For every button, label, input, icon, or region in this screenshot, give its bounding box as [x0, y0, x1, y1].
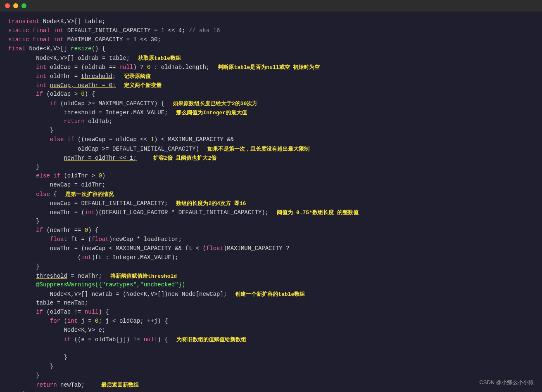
code-line: newThr = oldThr << 1; 扩容2倍 且阈值也扩大2倍 — [8, 154, 534, 163]
code-line: Node<K,V>[] newTab = (Node<K,V>[])new No… — [8, 290, 534, 300]
code-line: static final int MAXIMUM_CAPACITY = 1 <<… — [8, 36, 534, 45]
minimize-button[interactable] — [13, 3, 18, 8]
code-line: int newCap, newThr = 0; 定义两个新变量 — [8, 82, 534, 91]
annotation: 那么阈值为Integer的最大值 — [176, 109, 247, 116]
code-line — [8, 345, 534, 354]
code-line: } — [8, 127, 534, 136]
code-line: if (oldCap >= MAXIMUM_CAPACITY) { 如果原数组长… — [8, 100, 534, 109]
code-line: @SuppressWarnings({"rawtypes","unchecked… — [8, 281, 534, 290]
code-line: } — [8, 163, 534, 172]
annotation: 如果不是第一次，且长度没有超出最大限制 — [207, 145, 309, 153]
code-line: if (oldCap > 0 ) { — [8, 91, 534, 100]
annotation: 判断原table是否为null或空 初始时为空 — [218, 64, 320, 71]
annotation: 数组的长度为2的4次方 即16 — [176, 200, 246, 207]
code-line: else { 是第一次扩容的情况 — [8, 191, 534, 200]
code-line: threshold = newThr; 将新阈值赋值给threshold — [8, 272, 534, 281]
code-line: ( int )ft : Integer.MAX_VALUE); — [8, 254, 534, 263]
code-line: else if (oldThr > 0 ) — [8, 172, 534, 182]
code-line: } — [8, 263, 534, 272]
code-line: } — [8, 354, 534, 363]
code-line: int oldCap = (oldTab == null ) ? 0 : old… — [8, 64, 534, 73]
annotation: 为将旧数组的值赋值给新数组 — [176, 336, 246, 343]
annotation: 是第一次扩容的情况 — [65, 191, 114, 198]
code-line: oldCap >= DEFAULT_INITIAL_CAPACITY) 如果不是… — [8, 145, 534, 154]
code-line: if ((e = oldTab[j]) != null ) { 为将旧数组的值赋… — [8, 336, 534, 345]
code-line: else if ((newCap = oldCap << 1 ) < MAXIM… — [8, 136, 534, 145]
code-line: 不是第一次扩容 threshold = Integer.MAX_VALUE; 那… — [8, 109, 534, 118]
code-line: newCap = DEFAULT_INITIAL_CAPACITY; 数组的长度… — [8, 200, 534, 209]
code-line: newThr = ( int )(DEFAULT_LOAD_FACTOR * D… — [8, 209, 534, 218]
code-line: if (oldTab != null ) { — [8, 309, 534, 318]
code-line: Node<K,V>[] oldTab = table; 获取原table数组 — [8, 54, 534, 64]
close-button[interactable] — [5, 3, 10, 8]
code-line: static final int DEFAULT_INITIAL_CAPACIT… — [8, 27, 534, 36]
annotation: 扩容2倍 且阈值也扩大2倍 — [153, 154, 216, 162]
code-line: for ( int j = 0 ; j < oldCap; ++j) { — [8, 318, 534, 327]
watermark: CSDN @小那么小小猿 — [479, 379, 534, 386]
annotation: 获取原table数组 — [138, 54, 181, 62]
code-line: transient Node<K,V>[] table; — [8, 18, 534, 27]
annotation: 记录原阈值 — [124, 73, 151, 80]
code-line: Node<K,V> e; — [8, 327, 534, 336]
code-line: final Node<K,V>[] resize () { — [8, 45, 534, 54]
code-line: return newTab; 最后返回新数组 — [8, 381, 534, 390]
side-annotation: 不是第一次扩容 — [0, 109, 0, 116]
code-line: int oldThr = threshold ; 记录原阈值 — [8, 73, 534, 82]
code-line: return oldTab; — [8, 118, 534, 127]
code-line: newThr = (newCap < MAXIMUM_CAPACITY && f… — [8, 245, 534, 254]
code-line: table = newTab; — [8, 300, 534, 309]
code-line: } — [8, 363, 534, 372]
code-line: float ft = ( float )newCap * loadFactor; — [8, 236, 534, 245]
code-line: } — [8, 372, 534, 381]
code-area: transient Node<K,V>[] table; static fina… — [0, 12, 542, 392]
code-line: } — [8, 218, 534, 227]
annotation: 阈值为 0.75*数组长度 的整数值 — [277, 209, 359, 216]
titlebar — [0, 0, 542, 12]
annotation: 将新阈值赋值给threshold — [110, 272, 177, 280]
annotation: 最后返回新数组 — [101, 381, 139, 389]
code-line: newCap = oldThr; — [8, 182, 534, 191]
annotation: 如果原数组长度已经大于2的30次方 — [173, 100, 257, 107]
annotation: 定义两个新变量 — [124, 82, 162, 89]
code-line: if (newThr == 0 ) { — [8, 227, 534, 236]
code-line: } — [8, 390, 534, 392]
maximize-button[interactable] — [21, 3, 26, 8]
annotation: 创建一个新扩容的table数组 — [235, 290, 305, 298]
